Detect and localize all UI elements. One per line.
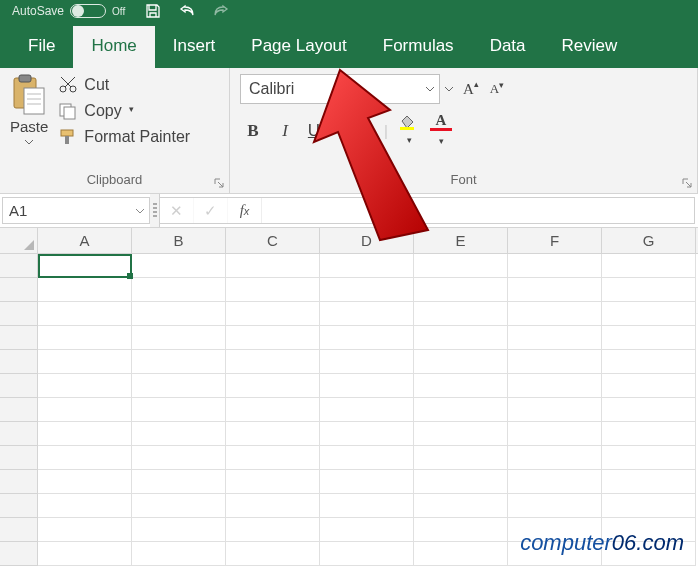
cell[interactable] [602, 422, 696, 446]
cell[interactable] [320, 542, 414, 566]
cell[interactable] [132, 542, 226, 566]
cell[interactable] [226, 494, 320, 518]
chevron-down-icon[interactable] [444, 84, 454, 94]
dialog-launcher-icon[interactable] [681, 177, 693, 189]
cell[interactable] [508, 350, 602, 374]
cell[interactable] [602, 470, 696, 494]
cell[interactable] [132, 422, 226, 446]
cell[interactable] [320, 494, 414, 518]
cell[interactable] [602, 398, 696, 422]
cell[interactable] [508, 494, 602, 518]
cell[interactable] [226, 518, 320, 542]
name-box[interactable]: A1 [2, 197, 150, 224]
cell[interactable] [414, 350, 508, 374]
insert-function-button[interactable]: fx [228, 198, 262, 223]
cell[interactable] [226, 278, 320, 302]
cell[interactable] [226, 470, 320, 494]
dialog-launcher-icon[interactable] [213, 177, 225, 189]
cell[interactable] [38, 374, 132, 398]
column-header[interactable]: E [414, 228, 508, 253]
cell[interactable] [132, 398, 226, 422]
cell[interactable] [320, 422, 414, 446]
row-header[interactable] [0, 494, 37, 518]
tab-file[interactable]: File [10, 26, 73, 68]
borders-button[interactable]: ▾ [352, 112, 374, 150]
shrink-font-button[interactable]: A▾ [486, 81, 508, 98]
cell[interactable] [602, 350, 696, 374]
enter-formula-button[interactable]: ✓ [194, 198, 228, 223]
italic-button[interactable]: I [274, 121, 296, 141]
cell[interactable] [602, 278, 696, 302]
cell[interactable] [132, 446, 226, 470]
row-header[interactable] [0, 470, 37, 494]
row-header[interactable] [0, 422, 37, 446]
cell[interactable] [132, 302, 226, 326]
cell[interactable] [508, 278, 602, 302]
cells-area[interactable] [38, 254, 698, 566]
splitter[interactable] [150, 194, 160, 227]
fill-color-button[interactable]: ▾ [398, 112, 420, 150]
font-name-select[interactable]: Calibri [240, 74, 440, 104]
tab-data[interactable]: Data [472, 26, 544, 68]
grow-font-button[interactable]: A▴ [460, 81, 482, 98]
row-header[interactable] [0, 326, 37, 350]
cell[interactable] [414, 542, 508, 566]
column-header[interactable]: F [508, 228, 602, 253]
cell[interactable] [320, 398, 414, 422]
cell[interactable] [414, 302, 508, 326]
tab-home[interactable]: Home [73, 26, 154, 68]
cell[interactable] [38, 254, 132, 278]
cell[interactable] [414, 374, 508, 398]
select-all-button[interactable] [0, 228, 38, 254]
row-header[interactable] [0, 542, 37, 566]
cell[interactable] [38, 398, 132, 422]
cell[interactable] [132, 494, 226, 518]
row-header[interactable] [0, 398, 37, 422]
cell[interactable] [320, 350, 414, 374]
cell[interactable] [132, 518, 226, 542]
cell[interactable] [38, 518, 132, 542]
tab-insert[interactable]: Insert [155, 26, 234, 68]
save-icon[interactable] [145, 3, 161, 19]
row-header[interactable] [0, 446, 37, 470]
cell[interactable] [602, 494, 696, 518]
cell[interactable] [226, 422, 320, 446]
undo-icon[interactable] [179, 3, 195, 19]
cell[interactable] [508, 374, 602, 398]
row-header[interactable] [0, 254, 37, 278]
row-header[interactable] [0, 350, 37, 374]
cell[interactable] [38, 446, 132, 470]
cell[interactable] [320, 326, 414, 350]
column-header[interactable]: G [602, 228, 696, 253]
column-header[interactable]: B [132, 228, 226, 253]
row-header[interactable] [0, 278, 37, 302]
cell[interactable] [38, 326, 132, 350]
cell[interactable] [132, 374, 226, 398]
cell[interactable] [320, 446, 414, 470]
cell[interactable] [414, 446, 508, 470]
format-painter-button[interactable]: Format Painter [58, 128, 190, 146]
cell[interactable] [414, 470, 508, 494]
cell[interactable] [132, 278, 226, 302]
cell[interactable] [320, 374, 414, 398]
cell[interactable] [602, 254, 696, 278]
cell[interactable] [226, 254, 320, 278]
cell[interactable] [320, 470, 414, 494]
cell[interactable] [602, 326, 696, 350]
cell[interactable] [320, 254, 414, 278]
cell[interactable] [38, 350, 132, 374]
cell[interactable] [414, 398, 508, 422]
autosave-toggle[interactable]: AutoSave Off [12, 4, 125, 18]
row-header[interactable] [0, 302, 37, 326]
cell[interactable] [38, 302, 132, 326]
copy-button[interactable]: Copy ▾ [58, 102, 190, 120]
cell[interactable] [132, 350, 226, 374]
cell[interactable] [320, 302, 414, 326]
cell[interactable] [38, 422, 132, 446]
bold-button[interactable]: B [242, 121, 264, 141]
cell[interactable] [508, 302, 602, 326]
cell[interactable] [226, 302, 320, 326]
cell[interactable] [226, 350, 320, 374]
cell[interactable] [320, 278, 414, 302]
tab-review[interactable]: Review [544, 26, 636, 68]
